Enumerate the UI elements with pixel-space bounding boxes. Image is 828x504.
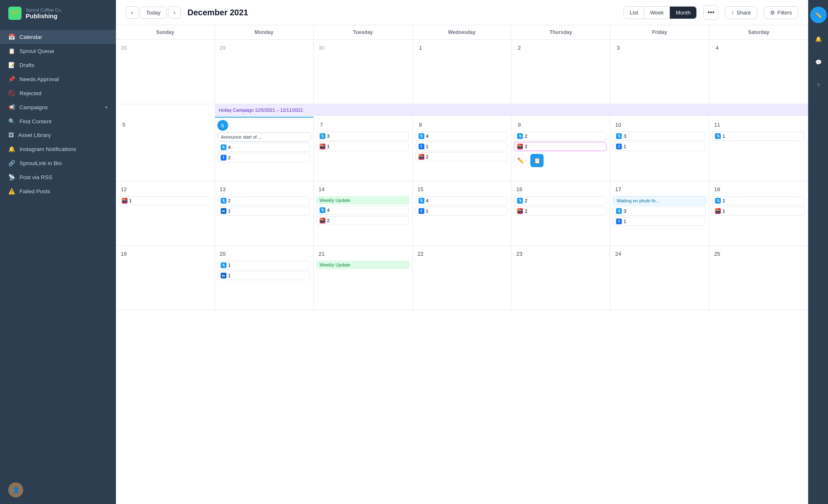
sidebar-item-drafts[interactable]: 📝 Drafts — [0, 58, 116, 72]
facebook-event-6[interactable]: f 2 — [217, 153, 310, 162]
cell-nov-30: 30 — [314, 40, 413, 104]
sidebar-item-calendar[interactable]: 📅 Calendar — [0, 30, 116, 44]
campaigns-icon: 📢 — [8, 104, 15, 110]
twitter-event-8[interactable]: 𝕏 4 — [415, 132, 508, 141]
date-17: 17 — [613, 184, 623, 194]
prev-button[interactable]: ‹ — [126, 6, 138, 19]
linkedin-icon: in — [221, 273, 226, 278]
sidebar-item-rejected[interactable]: 🚫 Rejected — [0, 86, 116, 100]
view-switcher: List Week Month — [623, 6, 697, 19]
day-friday: Friday — [610, 25, 709, 39]
day-thursday: Thursday — [511, 25, 610, 39]
sidebar-item-asset-library[interactable]: 🖼 Asset Library — [0, 128, 116, 142]
cell-dec-5: 5 — [116, 117, 215, 181]
sidebar-item-failed-posts[interactable]: ⚠️ Failed Posts — [0, 184, 116, 198]
calendar-grid: Sunday Monday Tuesday Wednesday Thursday… — [116, 25, 808, 504]
instagram-event-9[interactable]: 📷 2 — [514, 142, 607, 151]
find-content-icon: 🔍 — [8, 118, 15, 125]
sidebar-item-sproutlink[interactable]: 🔗 SproutLink in Bio — [0, 156, 116, 170]
instagram-icon: 📷 — [122, 198, 128, 204]
linkedin-event-20[interactable]: in 1 — [217, 271, 310, 280]
facebook-event-17[interactable]: f 1 — [613, 217, 705, 226]
cell-dec-8: 8 𝕏 4 f 1 📷 2 — [413, 117, 512, 181]
compose-button[interactable]: ✏️ — [810, 7, 827, 23]
rss-icon: 📡 — [8, 174, 15, 180]
cell-dec-12: 12 📷 1 — [116, 181, 215, 245]
twitter-event-6[interactable]: 𝕏 4 — [217, 143, 310, 152]
cell-dec-23: 23 — [511, 246, 610, 310]
twitter-icon: 𝕏 — [320, 207, 325, 213]
twitter-icon: 𝕏 — [616, 133, 622, 139]
date-6: 6 — [217, 120, 228, 131]
instagram-event-16[interactable]: 📷 2 — [514, 206, 607, 216]
facebook-icon: f — [616, 144, 622, 149]
date-5: 5 — [118, 119, 129, 130]
next-button[interactable]: › — [168, 6, 181, 19]
instagram-event-14[interactable]: 📷 2 — [316, 216, 409, 225]
date-9: 9 — [514, 119, 525, 130]
twitter-event-14[interactable]: 𝕏 4 — [316, 206, 409, 215]
share-button[interactable]: ↑ Share — [725, 6, 757, 19]
weekly-update-14[interactable]: Weekly Update — [316, 196, 410, 204]
twitter-event-20[interactable]: 𝕏 1 — [217, 261, 310, 270]
sidebar-item-post-via-rss[interactable]: 📡 Post via RSS — [0, 170, 116, 184]
facebook-event-10[interactable]: f 1 — [613, 142, 705, 151]
waiting-event-17[interactable]: Waiting on photo fo... — [613, 196, 706, 205]
cell-dec-11: 11 𝕏 1 — [709, 117, 808, 181]
rejected-icon: 🚫 — [8, 90, 15, 96]
date-1: 1 — [415, 42, 426, 53]
list-view-button[interactable]: List — [624, 7, 644, 19]
twitter-event-10[interactable]: 𝕏 3 — [613, 132, 705, 141]
cell-dec-2: 2 — [511, 40, 610, 104]
week-view-button[interactable]: Week — [644, 7, 670, 19]
cell-dec-17: 17 Waiting on photo fo... 𝕏 3 f 1 — [610, 181, 709, 245]
twitter-event-17[interactable]: 𝕏 3 — [613, 206, 705, 216]
filters-button[interactable]: ⚙ Filters — [764, 6, 798, 19]
cell-dec-7: 7 𝕏 3 📷 1 — [314, 117, 413, 181]
date-10: 10 — [613, 119, 623, 130]
sidebar-item-campaigns[interactable]: 📢 Campaigns ▾ — [0, 100, 116, 114]
announce-event[interactable]: Announce start of ... — [217, 132, 311, 142]
help-button[interactable]: ? — [811, 78, 826, 93]
sidebar-item-needs-approval[interactable]: 📌 Needs Approval — [0, 72, 116, 86]
instagram-icon: 📷 — [517, 208, 523, 214]
facebook-event-8[interactable]: f 1 — [415, 142, 508, 151]
twitter-event-16[interactable]: 𝕏 2 — [514, 196, 607, 205]
twitter-event-9[interactable]: 𝕏 2 — [514, 132, 607, 141]
instagram-event-12[interactable]: 📷 1 — [118, 196, 211, 205]
twitter-icon: 𝕏 — [715, 133, 721, 139]
twitter-event-7[interactable]: 𝕏 3 — [316, 132, 409, 141]
sidebar-item-label: Sprout Queue — [19, 48, 54, 54]
weekly-update-21[interactable]: Weekly Update — [316, 261, 410, 269]
sidebar-item-find-content[interactable]: 🔍 Find Content — [0, 114, 116, 128]
cell-dec-16: 16 𝕏 2 📷 2 — [511, 181, 610, 245]
notifications-button[interactable]: 🔔 — [811, 31, 826, 46]
messages-button[interactable]: 💬 — [811, 55, 826, 70]
campaign-banner[interactable]: Holiay Campaign 12/5/2021 – 12/11/2021 — [215, 104, 808, 116]
sidebar-item-label: Failed Posts — [19, 188, 50, 194]
twitter-event-15[interactable]: 𝕏 4 — [415, 196, 508, 205]
linkedin-icon: in — [221, 208, 226, 214]
instagram-event-18[interactable]: 📷 1 — [712, 206, 805, 216]
instagram-event-7[interactable]: 📷 1 — [316, 142, 409, 151]
month-view-button[interactable]: Month — [670, 7, 696, 19]
facebook-event-15[interactable]: f 1 — [415, 206, 508, 216]
instagram-event-8[interactable]: 📷 2 — [415, 152, 508, 161]
copy-button-9[interactable]: 📋 — [530, 154, 544, 167]
failed-icon: ⚠️ — [8, 188, 15, 194]
avatar[interactable]: 👤 — [8, 482, 23, 497]
sidebar: 🌱 Sprout Coffee Co. Publishing 📅 Calenda… — [0, 0, 116, 504]
date-24: 24 — [613, 248, 623, 259]
date-21: 21 — [316, 248, 327, 259]
today-button[interactable]: Today — [140, 7, 167, 19]
sidebar-item-instagram-notifications[interactable]: 🔔 Instagram Notifications — [0, 142, 116, 156]
edit-button-9[interactable]: ✏️ — [514, 154, 527, 167]
twitter-icon: 𝕏 — [221, 144, 226, 150]
queue-icon: 📋 — [8, 48, 15, 54]
twitter-event-11[interactable]: 𝕏 1 — [712, 132, 805, 141]
twitter-event-13[interactable]: 𝕏 2 — [217, 196, 310, 205]
sidebar-item-sprout-queue[interactable]: 📋 Sprout Queue — [0, 44, 116, 58]
linkedin-event-13[interactable]: in 1 — [217, 206, 310, 216]
twitter-event-18[interactable]: 𝕏 1 — [712, 196, 805, 205]
more-options-button[interactable]: ••• — [703, 5, 718, 20]
